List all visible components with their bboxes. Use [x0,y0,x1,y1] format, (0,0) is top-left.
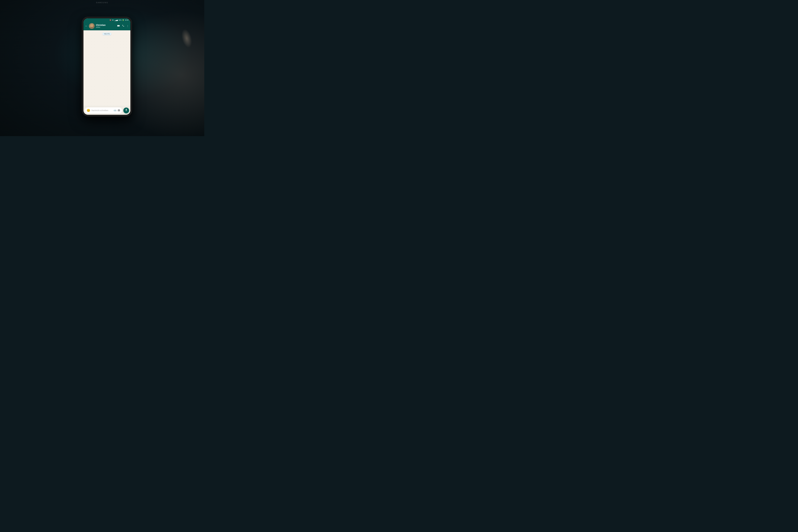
more-options-icon[interactable]: ⋮ [127,25,129,27]
input-bar: 😊 Nachricht schreiben 📎 [83,106,130,115]
contact-name: Christian [96,24,116,26]
svg-rect-0 [117,25,119,26]
header-actions: ⋮ [117,24,129,27]
phone-screen: 🔇 ▾▾ ▁▃▅ 62% 🔋 20:09 ← Christian online [83,18,130,115]
battery-icon: 🔋 [122,19,124,21]
emoji-picker-icon[interactable]: 😊 [87,109,90,112]
status-bar-content: 🔇 ▾▾ ▁▃▅ 62% 🔋 20:09 [110,19,129,21]
mute-icon: 🔇 [110,19,111,21]
date-badge: HEUTE [102,33,111,35]
video-call-icon[interactable] [117,25,120,27]
back-button[interactable]: ← [85,25,88,27]
mic-button[interactable] [124,108,129,113]
mic-icon [125,109,127,112]
avatar[interactable] [89,23,95,29]
svg-rect-2 [126,109,127,110]
message-input-area[interactable]: 😊 Nachricht schreiben 📎 [85,108,122,113]
wifi-icon: ▾▾ [112,19,114,21]
contact-info: Christian online [96,24,116,28]
contact-status: online [96,26,116,28]
attach-icon[interactable]: 📎 [113,109,117,112]
camera-icon[interactable] [118,109,120,112]
chat-body: HEUTE [83,30,130,106]
phone-call-icon[interactable] [122,24,124,27]
battery-level: 62% [119,19,121,21]
avatar-face [90,24,93,27]
phone-device: 🔇 ▾▾ ▁▃▅ 62% 🔋 20:09 ← Christian online [82,17,132,116]
signal-icon: ▁▃▅ [114,19,118,21]
chat-header: ← Christian online [83,22,130,30]
svg-marker-1 [119,25,120,26]
message-placeholder: Nachricht schreiben [92,109,112,112]
status-bar: 🔇 ▾▾ ▁▃▅ 62% 🔋 20:09 [83,18,130,22]
avatar-body [90,27,94,29]
time-display: 20:09 [125,19,129,21]
